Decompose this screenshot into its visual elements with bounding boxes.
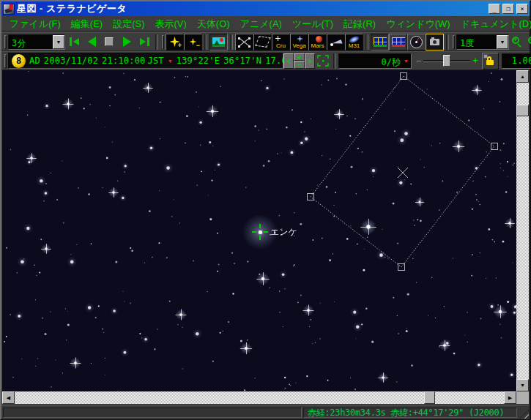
menu-edit[interactable]: 編集(E) [66, 17, 108, 31]
landscape-toggle-button[interactable] [209, 34, 228, 50]
map-area: エンケ ▲ ▼ ◀ ▶ [2, 70, 529, 404]
animation-speed-value: 0/秒 [339, 54, 404, 68]
constellation-boundaries-icon [255, 36, 270, 48]
menu-window[interactable]: ウィンドウ(W) [381, 17, 455, 31]
star-map-canvas[interactable] [2, 70, 516, 391]
planet-names-button[interactable]: Mars [308, 34, 327, 50]
fov-angle-box[interactable]: 1.00° [502, 53, 531, 69]
menu-record[interactable]: 記録(R) [338, 17, 381, 31]
zoom-out-button[interactable]: − [525, 34, 531, 50]
step-forward-icon [147, 37, 149, 46]
minimize-button[interactable]: _ [489, 4, 500, 14]
longitude-value: 139°22'E [177, 56, 220, 66]
horizontal-scrollbar[interactable]: ◀ ▶ [2, 391, 516, 404]
time-dial-button[interactable] [407, 34, 426, 50]
horizontal-scroll-thumb[interactable] [424, 391, 435, 404]
remove-star-button[interactable]: − [184, 34, 202, 50]
speed-slider[interactable] [423, 53, 470, 68]
target-icon [317, 55, 329, 67]
play-reverse-button[interactable] [83, 34, 100, 50]
arrow-left-icon: ◀ [7, 395, 10, 401]
vertical-scrollbar[interactable]: ▲ ▼ [516, 70, 529, 391]
date-value: 2003/11/02 [44, 56, 98, 66]
comet-display-button[interactable] [327, 34, 345, 50]
close-button[interactable]: × [516, 4, 528, 14]
constellation-boundaries-button[interactable] [253, 34, 272, 50]
step-back-button[interactable] [65, 34, 83, 50]
eight-ball-button[interactable]: 8 [12, 54, 26, 68]
menu-bar: ファイル(F) 編集(E) 設定(S) 表示(V) 天体(O) アニメ(A) ツ… [1, 18, 530, 31]
add-star-button[interactable]: + [166, 34, 184, 50]
menu-settings[interactable]: 設定(S) [108, 17, 149, 31]
menu-objects[interactable]: 天体(O) [192, 17, 235, 31]
play-icon [123, 37, 131, 47]
time-increase-button[interactable]: > [305, 53, 315, 69]
landscape-icon [212, 37, 225, 47]
play-button[interactable] [118, 34, 135, 50]
scroll-up-button[interactable]: ▲ [516, 70, 529, 83]
scrollbar-corner [516, 391, 529, 404]
menu-tools[interactable]: ツール(T) [287, 17, 338, 31]
menu-file[interactable]: ファイル(F) [4, 17, 66, 31]
slider-thumb[interactable] [443, 55, 450, 67]
fov-angle-value: 1.00° [512, 56, 531, 66]
toolbar-grip[interactable] [4, 54, 7, 68]
resize-grip[interactable] [519, 409, 529, 419]
planet-icon [316, 36, 322, 42]
zoom-in-button[interactable]: + [509, 34, 525, 50]
window-title: 星図 - ステラナビゲータ [17, 2, 486, 15]
timezone-label: JST [148, 56, 164, 66]
messier-objects-button[interactable]: M31 [345, 34, 363, 50]
toolbar-time: 8 AD 2003/11/02 21:10:00 JST ▼ 139°22'E … [1, 51, 530, 70]
time-spin-down-button[interactable]: − [294, 61, 305, 69]
chevron-down-icon[interactable]: ▼ [497, 35, 508, 49]
timezone-dropdown-icon[interactable]: ▼ [168, 59, 173, 64]
toolbar-main: 3分 ▼ + − Cru Vega Mars M31 1度 ▼ + − [1, 32, 530, 51]
constellation-lines-icon [238, 37, 250, 48]
scroll-down-button[interactable]: ▼ [516, 379, 529, 391]
maximize-button[interactable]: ❐ [502, 4, 514, 14]
horizontal-grid-button[interactable] [389, 34, 407, 50]
zoom-in-icon: + [511, 36, 524, 48]
photo-mode-button[interactable] [426, 34, 444, 50]
step-back-icon [70, 37, 72, 46]
zoom-out-icon: − [527, 36, 531, 48]
menu-view[interactable]: 表示(V) [150, 17, 192, 31]
animation-speed-select[interactable]: 0/秒 ▼ [338, 53, 412, 69]
status-field-left [3, 408, 302, 418]
step-forward-button[interactable] [135, 34, 153, 50]
title-bar[interactable]: 星図 - ステラナビゲータ _ ❐ × [1, 1, 530, 16]
grid-alt-icon [392, 37, 405, 47]
speed-minus-label: − [416, 56, 421, 66]
coordinate-readout: 赤経:23h30m34.3s 赤緯:+44°17'29" (J2000) [303, 408, 517, 418]
lock-icon [486, 60, 494, 65]
stop-icon [105, 37, 114, 46]
vertical-scroll-track[interactable] [516, 83, 529, 379]
scroll-right-button[interactable]: ▶ [504, 391, 516, 404]
clock-icon [410, 36, 423, 48]
time-step-select[interactable]: 3分 ▼ [8, 34, 65, 50]
field-of-view-select[interactable]: 1度 ▼ [456, 34, 509, 50]
toolbar-grip[interactable] [4, 35, 7, 49]
vertical-scroll-thumb[interactable] [516, 105, 529, 116]
speed-dropdown-icon[interactable]: ▼ [404, 59, 409, 64]
speed-plus-label: + [472, 56, 478, 66]
toolbar-grip[interactable] [453, 35, 455, 49]
status-bar: 赤経:23h30m34.3s 赤緯:+44°17'29" (J2000) [1, 405, 530, 419]
time-spin-up-button[interactable]: + [294, 53, 305, 61]
stop-button[interactable] [100, 34, 118, 50]
toolbar-grip[interactable] [162, 35, 164, 49]
center-target-button[interactable] [315, 53, 331, 69]
constellation-lines-button[interactable] [235, 34, 253, 50]
chevron-down-icon[interactable]: ▼ [53, 35, 64, 49]
menu-document[interactable]: ドキュメント(D) [456, 17, 531, 31]
time-decrease-button[interactable]: < [283, 53, 294, 69]
menu-animation[interactable]: アニメ(A) [235, 17, 287, 31]
equatorial-grid-button[interactable] [371, 34, 389, 50]
arrow-down-icon: ▼ [520, 383, 525, 388]
fov-lock-button[interactable] [482, 53, 499, 70]
constellation-names-button[interactable]: Cru [272, 34, 290, 50]
scroll-left-button[interactable]: ◀ [2, 391, 15, 404]
star-names-button[interactable]: Vega [290, 34, 308, 50]
time-value: 21:10:00 [102, 56, 145, 66]
